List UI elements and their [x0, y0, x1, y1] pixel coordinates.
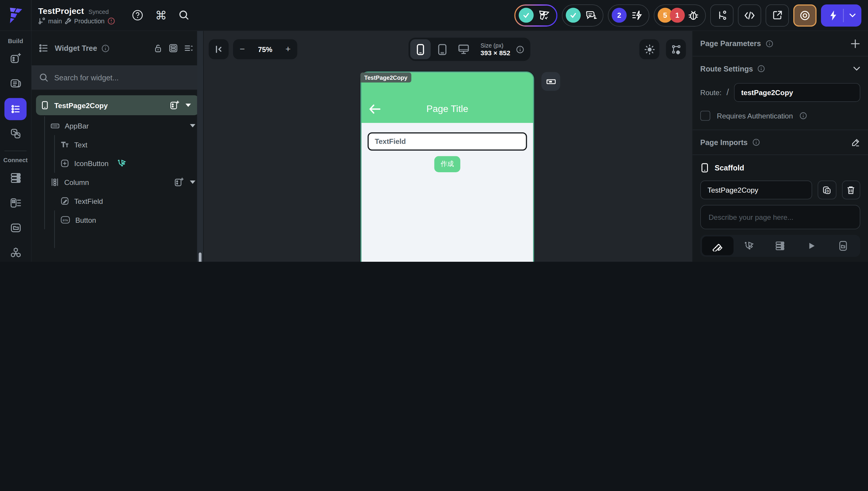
- requires-auth-checkbox[interactable]: [700, 111, 710, 121]
- run-app-button[interactable]: [821, 4, 862, 26]
- tree-node-button[interactable]: BTN Button: [32, 210, 203, 229]
- preview-create-button[interactable]: 作成: [434, 156, 460, 172]
- ai-assist-icon: [538, 8, 551, 22]
- eye-icon: [799, 9, 811, 21]
- preview-page-title[interactable]: Page Title: [361, 104, 533, 115]
- tree-node-iconbutton[interactable]: IconButton: [32, 154, 203, 173]
- tab-properties[interactable]: [702, 236, 733, 255]
- add-widget-icon[interactable]: [174, 177, 185, 187]
- tree-scrollbar-track[interactable]: [197, 31, 203, 262]
- tree-node-appbar[interactable]: AppBar: [32, 116, 203, 135]
- device-tablet-button[interactable]: [432, 39, 452, 59]
- page-name-input[interactable]: [700, 180, 812, 199]
- light-dark-mode-toggle[interactable]: [639, 39, 659, 59]
- share-export-button[interactable]: [766, 4, 789, 26]
- device-phone-button[interactable]: [410, 39, 430, 59]
- delete-page-button[interactable]: [842, 180, 860, 199]
- rail-item-integrations[interactable]: [4, 242, 27, 262]
- actions-pill[interactable]: 2: [608, 4, 650, 26]
- copy-page-button[interactable]: D: [817, 180, 836, 199]
- preview-app-bar[interactable]: TestPage2Copy Page Title: [361, 73, 533, 123]
- textfield-icon: [60, 197, 69, 205]
- design-canvas[interactable]: − 75% + Size (px) 393 × 852: [204, 31, 692, 262]
- page-imports-header[interactable]: Page Imports: [693, 130, 868, 154]
- rail-item-app-files[interactable]: [4, 217, 27, 239]
- tab-backend-query[interactable]: [765, 236, 796, 255]
- text-icon: [60, 140, 69, 149]
- code-icon: [743, 9, 755, 21]
- add-parameter-button[interactable]: [850, 38, 860, 49]
- zoom-out-button[interactable]: −: [240, 45, 245, 54]
- run-options-caret[interactable]: [844, 13, 862, 18]
- device-desktop-button[interactable]: [453, 39, 474, 59]
- tab-page-files[interactable]: [827, 236, 859, 255]
- preview-textfield[interactable]: TextField: [368, 132, 527, 151]
- selected-page-badge[interactable]: TestPage2Copy: [360, 73, 411, 83]
- code-view-button[interactable]: [738, 4, 761, 26]
- app-logo[interactable]: [0, 0, 32, 31]
- back-arrow-icon[interactable]: [368, 104, 381, 114]
- tab-actions[interactable]: [733, 236, 765, 255]
- branch-manager-button[interactable]: [710, 4, 734, 26]
- chevron-down-icon[interactable]: [190, 180, 196, 184]
- project-name: TestProject: [38, 6, 84, 16]
- edit-pencil-icon[interactable]: [851, 138, 860, 147]
- add-widget-icon[interactable]: [170, 100, 180, 111]
- appbar-quick-settings-button[interactable]: [541, 72, 560, 91]
- size-label: Size (px): [480, 42, 510, 49]
- rail-item-page-templates[interactable]: [4, 73, 27, 95]
- preview-mode-button[interactable]: [793, 4, 817, 26]
- tree-node-textfield[interactable]: TextField: [32, 192, 203, 211]
- comments-pill[interactable]: [562, 4, 604, 26]
- requires-auth-label: Requires Authentication: [717, 112, 793, 120]
- action-flow-icon: [631, 9, 643, 22]
- phone-preview[interactable]: TestPage2Copy Page Title TextField 作成: [360, 71, 534, 262]
- run-button-main[interactable]: [821, 10, 843, 21]
- button-icon: BTN: [60, 215, 70, 224]
- project-title-block: TestProject Synced main Production: [38, 6, 115, 25]
- top-bar: TestProject Synced main Production ⌘: [0, 0, 868, 31]
- sync-status: Synced: [88, 8, 109, 15]
- tree-node-testpage2copy[interactable]: TestPage2Copy: [36, 95, 199, 115]
- canvas-settings-button[interactable]: [666, 39, 686, 59]
- expand-collapse-tree-button[interactable]: [181, 40, 197, 56]
- page-parameters-title: Page Parameters: [700, 39, 761, 48]
- chevron-down-icon[interactable]: [190, 124, 196, 127]
- route-input[interactable]: [734, 83, 860, 102]
- help-button[interactable]: [129, 7, 146, 23]
- route-settings-header[interactable]: Route Settings: [693, 56, 868, 81]
- collapse-panel-button[interactable]: [209, 39, 229, 59]
- widget-search-input[interactable]: [54, 73, 196, 82]
- environment-name[interactable]: Production: [74, 18, 104, 24]
- lock-open-icon: [153, 44, 162, 53]
- copy-icon: D: [822, 185, 832, 195]
- search-button[interactable]: [176, 7, 192, 23]
- rail-item-widget-tree[interactable]: [4, 98, 27, 120]
- rail-item-database[interactable]: [4, 167, 27, 189]
- panel-layout-button[interactable]: [166, 40, 181, 56]
- branch-name[interactable]: main: [48, 18, 62, 24]
- chevron-down-icon[interactable]: [185, 104, 191, 107]
- lock-canvas-button[interactable]: [150, 40, 166, 56]
- page-description-input[interactable]: [700, 205, 860, 229]
- rail-item-widget-palette[interactable]: [4, 48, 27, 70]
- frame-gear-icon: [671, 44, 681, 55]
- tree-node-text[interactable]: Text: [32, 135, 203, 154]
- info-icon[interactable]: [516, 45, 528, 54]
- tab-animations[interactable]: [796, 236, 827, 255]
- chevron-down-icon[interactable]: [853, 66, 860, 71]
- command-menu-button[interactable]: ⌘: [153, 7, 169, 23]
- command-icon: ⌘: [155, 9, 167, 21]
- issues-pill[interactable]: 5 1: [654, 4, 706, 26]
- tree-node-column[interactable]: Column: [32, 173, 203, 192]
- rail-item-data-types[interactable]: [4, 192, 27, 214]
- svg-text:BTN: BTN: [63, 219, 68, 222]
- tablet-icon: [437, 44, 447, 55]
- tree-scrollbar-thumb[interactable]: [199, 253, 202, 262]
- zoom-in-button[interactable]: +: [286, 45, 291, 54]
- widget-palette-icon: [9, 53, 22, 65]
- page-parameters-header[interactable]: Page Parameters: [693, 31, 868, 56]
- preview-page-body[interactable]: TextField 作成: [361, 123, 533, 262]
- rail-item-components[interactable]: [4, 123, 27, 145]
- ai-readiness-pill[interactable]: [514, 4, 557, 26]
